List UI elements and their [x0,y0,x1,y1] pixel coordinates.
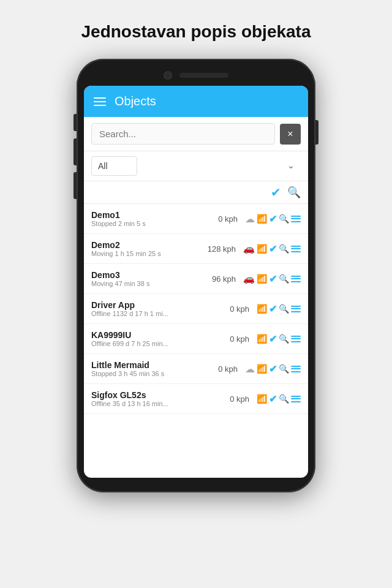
wifi-status-icon: 📶 [257,394,267,404]
check-icon[interactable]: ✔ [269,243,277,255]
object-status: Offline 1132 d 17 h 1 mi... [91,310,215,317]
object-speed: 0 kph [220,334,249,344]
filter-row: All Moving Stopped Offline [84,151,308,181]
object-info: Demo2Moving 1 h 15 min 25 s [91,240,202,257]
object-status: Moving 1 h 15 min 25 s [91,250,202,257]
object-menu-icon[interactable] [291,306,301,312]
locate-icon[interactable]: 🔍 [279,304,289,314]
object-name: Demo3 [91,270,202,280]
phone-top-bar [84,71,308,80]
phone-screen: Objects × All Moving Stopped Offline ✔ 🔍 [84,86,308,478]
locate-icon[interactable]: 🔍 [279,394,289,404]
volume-up-button [74,138,77,165]
object-menu-icon[interactable] [291,396,301,402]
object-list: Demo1Stopped 2 min 5 s0 kph☁📶✔🔍Demo2Movi… [84,204,308,414]
wifi-status-icon: 📶 [257,334,267,344]
object-speed: 96 kph [206,274,236,284]
cloud-status-icon: 🚗 [243,243,255,254]
list-item: KA9999IUOffline 699 d 7 h 25 min...0 kph… [84,324,308,354]
object-name: Demo1 [91,210,203,220]
camera-dot [164,71,172,80]
wifi-status-icon: 📶 [257,304,267,314]
list-item: Little MermaidStopped 3 h 45 min 36 s0 k… [84,354,308,384]
object-menu-icon[interactable] [291,216,301,222]
page-title: Jednostavan popis objekata [81,22,311,42]
check-icon[interactable]: ✔ [269,273,277,285]
mute-button [74,114,77,131]
app-header: Objects [84,86,308,117]
object-status: Stopped 2 min 5 s [91,220,203,227]
locate-icon[interactable]: 🔍 [279,214,289,224]
wifi-status-icon: 📶 [257,364,267,374]
select-all-check-icon[interactable]: ✔ [271,185,281,200]
check-icon[interactable]: ✔ [269,213,277,225]
list-item: Sigfox GL52sOffline 35 d 13 h 16 min...0… [84,384,308,414]
object-name: Demo2 [91,240,202,250]
locate-icon[interactable]: 🔍 [279,334,289,344]
list-item: Demo1Stopped 2 min 5 s0 kph☁📶✔🔍 [84,204,308,234]
check-icon[interactable]: ✔ [269,303,277,315]
object-speed: 0 kph [208,364,238,374]
object-name: KA9999IU [91,330,215,340]
wifi-status-icon: 📶 [257,274,267,284]
check-icon[interactable]: ✔ [269,333,277,345]
list-item: Demo3Moving 47 min 38 s96 kph🚗📶✔🔍 [84,264,308,294]
object-action-icons: 📶✔🔍 [257,333,301,345]
object-speed: 128 kph [206,244,236,254]
app-header-title: Objects [115,94,156,108]
object-info: Little MermaidStopped 3 h 45 min 36 s [91,360,203,377]
filter-select[interactable]: All Moving Stopped Offline [91,156,137,176]
object-info: Demo3Moving 47 min 38 s [91,270,202,287]
object-action-icons: 📶✔🔍 [257,393,301,405]
object-info: Sigfox GL52sOffline 35 d 13 h 16 min... [91,390,215,407]
list-item: Driver AppOffline 1132 d 17 h 1 mi...0 k… [84,294,308,324]
object-status: Stopped 3 h 45 min 36 s [91,370,203,377]
object-info: Driver AppOffline 1132 d 17 h 1 mi... [91,300,215,317]
actions-row: ✔ 🔍 [84,181,308,204]
object-action-icons: 🚗📶✔🔍 [243,273,301,285]
locate-icon[interactable]: 🔍 [279,274,289,284]
clear-search-button[interactable]: × [280,124,301,145]
object-name: Driver App [91,300,215,310]
locate-icon[interactable]: 🔍 [279,244,289,254]
object-status: Offline 699 d 7 h 25 min... [91,340,215,347]
object-action-icons: 🚗📶✔🔍 [243,243,301,255]
list-item: Demo2Moving 1 h 15 min 25 s128 kph🚗📶✔🔍 [84,234,308,264]
wifi-status-icon: 📶 [257,214,267,224]
check-icon[interactable]: ✔ [269,363,277,375]
object-menu-icon[interactable] [291,246,301,252]
object-menu-icon[interactable] [291,276,301,282]
phone-shell: Objects × All Moving Stopped Offline ✔ 🔍 [77,59,315,492]
wifi-status-icon: 📶 [257,244,267,254]
object-info: KA9999IUOffline 699 d 7 h 25 min... [91,330,215,347]
object-name: Little Mermaid [91,360,203,370]
object-status: Offline 35 d 13 h 16 min... [91,400,215,407]
object-speed: 0 kph [208,214,238,224]
object-action-icons: 📶✔🔍 [257,303,301,315]
speaker-bar [179,73,228,78]
object-action-icons: ☁📶✔🔍 [245,363,301,375]
object-status: Moving 47 min 38 s [91,280,202,287]
power-button [315,120,318,145]
search-bar: × [84,117,308,151]
object-info: Demo1Stopped 2 min 5 s [91,210,203,227]
cloud-status-icon: ☁ [245,213,255,225]
hamburger-menu-button[interactable] [94,97,106,106]
search-action-icon[interactable]: 🔍 [287,186,301,199]
filter-select-wrap: All Moving Stopped Offline [91,156,301,176]
search-input[interactable] [91,123,275,145]
object-menu-icon[interactable] [291,336,301,342]
object-speed: 0 kph [220,394,249,404]
locate-icon[interactable]: 🔍 [279,364,289,374]
object-action-icons: ☁📶✔🔍 [245,213,301,225]
object-name: Sigfox GL52s [91,390,215,400]
volume-down-button [74,172,77,199]
object-speed: 0 kph [220,304,249,314]
object-menu-icon[interactable] [291,366,301,372]
cloud-status-icon: ☁ [245,363,255,375]
cloud-status-icon: 🚗 [243,273,255,284]
check-icon[interactable]: ✔ [269,393,277,405]
